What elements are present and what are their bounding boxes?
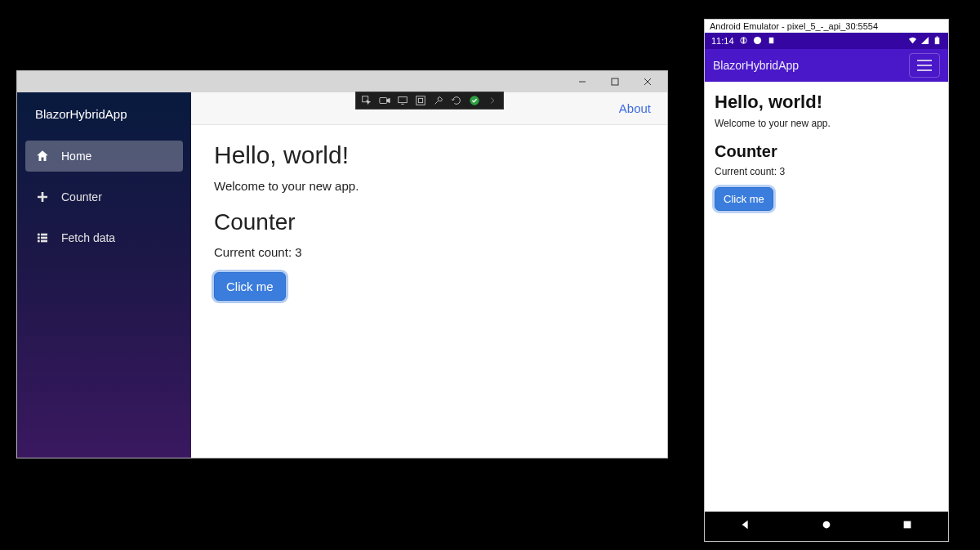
dev-tools-icon[interactable] bbox=[430, 93, 447, 108]
svg-rect-5 bbox=[41, 234, 47, 236]
status-app-icon bbox=[753, 36, 762, 47]
svg-rect-24 bbox=[904, 521, 911, 529]
sidebar: BlazorHybridApp Home Counter bbox=[17, 92, 191, 458]
hamburger-line-icon bbox=[917, 69, 932, 71]
mobile-click-me-button[interactable]: Click me bbox=[715, 187, 773, 211]
app-brand: BlazorHybridApp bbox=[17, 92, 191, 141]
count-value: 3 bbox=[295, 245, 301, 259]
svg-rect-1 bbox=[612, 78, 618, 85]
status-time: 11:14 bbox=[711, 36, 734, 46]
svg-rect-12 bbox=[398, 97, 407, 103]
page-content: Hello, world! Welcome to your new app. C… bbox=[191, 125, 667, 317]
list-icon bbox=[35, 230, 50, 245]
svg-rect-6 bbox=[38, 237, 40, 239]
android-nav-bar bbox=[705, 512, 948, 541]
click-me-button[interactable]: Click me bbox=[214, 272, 286, 301]
mobile-page-content: Hello, world! Welcome to your new app. C… bbox=[705, 82, 948, 512]
status-wifi-icon bbox=[908, 36, 917, 47]
nav-item-home[interactable]: Home bbox=[25, 141, 183, 172]
svg-point-23 bbox=[823, 521, 831, 529]
svg-rect-18 bbox=[742, 37, 744, 42]
status-signal-icon bbox=[920, 36, 929, 47]
dev-refresh-icon[interactable] bbox=[448, 93, 465, 108]
status-notification-icon bbox=[767, 36, 776, 47]
mobile-count-value: 3 bbox=[779, 166, 785, 177]
svg-rect-22 bbox=[937, 36, 938, 37]
count-label: Current count: bbox=[214, 245, 295, 259]
page-heading: Hello, world! bbox=[214, 141, 644, 169]
hamburger-line-icon bbox=[917, 60, 932, 61]
mobile-welcome-text: Welcome to your new app. bbox=[715, 118, 938, 129]
hamburger-menu-button[interactable] bbox=[909, 53, 940, 78]
svg-rect-11 bbox=[379, 98, 386, 104]
svg-rect-8 bbox=[38, 240, 40, 243]
android-back-button[interactable] bbox=[740, 519, 751, 534]
status-debug-icon bbox=[739, 36, 748, 47]
window-maximize-button[interactable] bbox=[600, 73, 630, 91]
svg-rect-4 bbox=[38, 234, 40, 236]
nav-item-fetch-data[interactable]: Fetch data bbox=[25, 222, 183, 253]
dev-select-element-icon[interactable] bbox=[359, 93, 375, 108]
window-minimize-button[interactable] bbox=[568, 73, 597, 91]
main-content: About Hello, world! Welcome to your new … bbox=[191, 92, 667, 458]
content-topbar: About bbox=[191, 92, 667, 125]
dev-record-icon[interactable] bbox=[376, 93, 393, 108]
svg-rect-21 bbox=[935, 37, 940, 43]
emulator-screen: 11:14 BlazorHybridApp Hello, world! Welc… bbox=[705, 33, 948, 541]
mobile-app-title: BlazorHybridApp bbox=[713, 59, 799, 72]
home-icon bbox=[35, 149, 50, 163]
dev-frame-icon[interactable] bbox=[412, 93, 429, 108]
hamburger-line-icon bbox=[917, 65, 932, 66]
mobile-count-label: Current count: bbox=[715, 166, 779, 177]
dev-display-icon[interactable] bbox=[394, 93, 411, 108]
mobile-counter-heading: Counter bbox=[715, 142, 938, 161]
svg-rect-14 bbox=[416, 96, 425, 105]
nav-list: Home Counter Fetch data bbox=[17, 141, 191, 253]
window-close-button[interactable] bbox=[633, 73, 662, 91]
android-recents-button[interactable] bbox=[902, 519, 913, 534]
dev-toolbar bbox=[355, 92, 504, 110]
window-titlebar bbox=[17, 71, 667, 92]
status-battery-icon bbox=[933, 36, 942, 47]
current-count-line: Current count: 3 bbox=[214, 245, 644, 259]
android-status-bar: 11:14 bbox=[705, 33, 948, 49]
svg-point-19 bbox=[753, 36, 760, 43]
emulator-window-title: Android Emulator - pixel_5_-_api_30:5554 bbox=[705, 20, 948, 33]
welcome-text: Welcome to your new app. bbox=[214, 179, 644, 193]
android-emulator-window: Android Emulator - pixel_5_-_api_30:5554… bbox=[704, 19, 949, 542]
plus-icon bbox=[35, 190, 50, 204]
nav-item-label: Counter bbox=[61, 190, 102, 203]
mobile-current-count-line: Current count: 3 bbox=[715, 166, 938, 177]
dev-chevron-right-icon[interactable] bbox=[484, 93, 501, 108]
mobile-page-heading: Hello, world! bbox=[715, 92, 938, 113]
svg-rect-20 bbox=[768, 37, 773, 42]
nav-item-label: Fetch data bbox=[61, 231, 115, 244]
svg-rect-9 bbox=[41, 240, 47, 243]
svg-rect-15 bbox=[418, 98, 422, 102]
nav-item-label: Home bbox=[61, 150, 91, 163]
mobile-app-topbar: BlazorHybridApp bbox=[705, 49, 948, 82]
svg-rect-7 bbox=[41, 237, 47, 239]
counter-heading: Counter bbox=[214, 209, 644, 235]
android-home-button[interactable] bbox=[821, 519, 832, 534]
about-link[interactable]: About bbox=[619, 101, 651, 115]
desktop-window: BlazorHybridApp Home Counter bbox=[17, 71, 667, 458]
dev-status-ok-icon[interactable] bbox=[466, 93, 483, 108]
nav-item-counter[interactable]: Counter bbox=[25, 181, 183, 212]
